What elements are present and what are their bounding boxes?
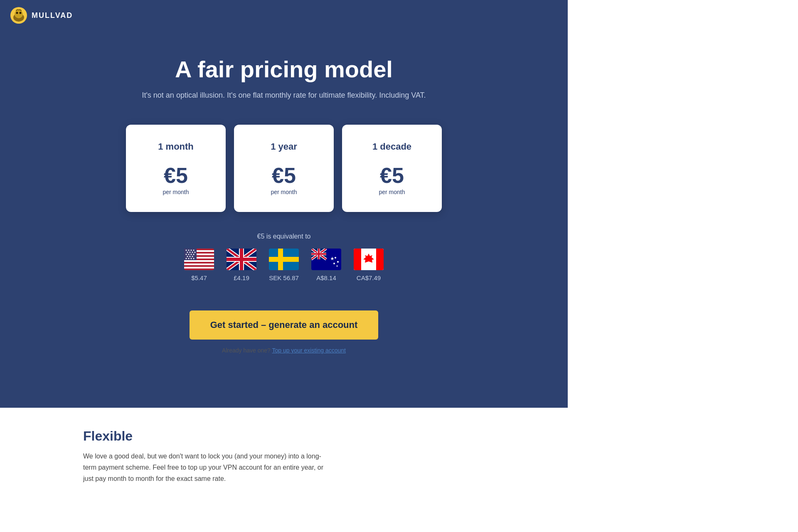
svg-rect-60 (354, 249, 361, 270)
svg-point-3 (16, 12, 18, 14)
svg-point-55 (335, 257, 336, 259)
pricing-cards-container: 1 month €5 per month 1 year €5 per month… (17, 125, 551, 212)
card-permonth-month: per month (147, 189, 205, 195)
equivalent-section: €5 is equivalent to (17, 233, 551, 281)
svg-point-31 (193, 258, 195, 259)
au-flag-icon (311, 249, 341, 270)
hero-subtitle: It's not an optical illusion. It's one f… (17, 91, 551, 100)
cta-section: Get started – generate an account Alread… (17, 298, 551, 374)
currency-au: A$8.14 (311, 249, 341, 281)
us-flag-icon (184, 249, 214, 270)
svg-point-15 (191, 250, 192, 251)
flexible-title: Flexible (83, 429, 485, 444)
card-period-decade: 1 decade (363, 141, 421, 152)
card-price-decade: €5 (363, 165, 421, 186)
svg-rect-53 (318, 249, 320, 259)
currency-se: SEK 56.87 (269, 249, 299, 281)
currency-us: $5.47 (184, 249, 214, 281)
logo-container[interactable]: MULLVAD (10, 7, 73, 24)
pricing-card-month[interactable]: 1 month €5 per month (126, 125, 226, 212)
svg-point-4 (20, 12, 22, 14)
currency-ca: CA$7.49 (354, 249, 384, 281)
currency-uk: £4.19 (227, 249, 256, 281)
svg-point-26 (190, 256, 191, 257)
se-flag-icon (269, 249, 299, 270)
svg-rect-61 (376, 249, 384, 270)
hero-section: A fair pricing model It's not an optical… (0, 31, 568, 408)
card-permonth-decade: per month (363, 189, 421, 195)
currency-value-uk: £4.19 (234, 274, 249, 281)
card-period-year: 1 year (255, 141, 313, 152)
uk-flag-icon (227, 249, 256, 270)
svg-rect-40 (240, 249, 243, 270)
header: MULLVAD (0, 0, 568, 31)
existing-account-text: Already have one? Top up your existing a… (17, 347, 551, 354)
svg-point-21 (186, 254, 187, 255)
svg-rect-43 (278, 249, 283, 270)
ca-flag-icon (354, 249, 384, 270)
logo-text: MULLVAD (32, 11, 73, 20)
currency-value-us: $5.47 (191, 274, 207, 281)
flexible-section: Flexible We love a good deal, but we don… (0, 408, 568, 505)
page-title: A fair pricing model (17, 56, 551, 83)
top-up-link[interactable]: Top up your existing account (272, 347, 345, 354)
currency-value-ca: CA$7.49 (357, 274, 381, 281)
svg-point-57 (333, 263, 335, 264)
svg-point-20 (195, 252, 196, 253)
card-price-year: €5 (255, 165, 313, 186)
svg-point-24 (193, 254, 195, 255)
card-price-month: €5 (147, 165, 205, 186)
svg-rect-42 (269, 257, 299, 262)
svg-point-17 (187, 252, 188, 253)
pricing-card-decade[interactable]: 1 decade €5 per month (342, 125, 442, 212)
svg-point-18 (190, 252, 191, 253)
mullvad-logo-icon (10, 7, 27, 24)
svg-rect-9 (184, 260, 214, 262)
pricing-card-year[interactable]: 1 year €5 per month (234, 125, 334, 212)
svg-rect-11 (184, 267, 214, 268)
currency-value-au: A$8.14 (316, 274, 336, 281)
svg-point-25 (187, 256, 188, 257)
svg-point-30 (191, 258, 192, 259)
equivalent-label: €5 is equivalent to (17, 233, 551, 240)
svg-point-58 (337, 266, 338, 267)
card-permonth-year: per month (255, 189, 313, 195)
currency-value-se: SEK 56.87 (269, 274, 299, 281)
get-started-button[interactable]: Get started – generate an account (190, 310, 379, 340)
svg-point-13 (186, 250, 187, 251)
svg-point-22 (188, 254, 190, 255)
svg-point-29 (188, 258, 190, 259)
svg-point-28 (186, 258, 187, 259)
svg-point-2 (15, 10, 23, 18)
card-period-month: 1 month (147, 141, 205, 152)
svg-point-23 (191, 254, 192, 255)
svg-rect-10 (184, 264, 214, 265)
currency-flags-container: $5.47 £4.19 (17, 249, 551, 281)
svg-point-56 (337, 261, 339, 263)
svg-point-27 (192, 256, 193, 257)
already-have-label: Already have one? (222, 347, 271, 354)
svg-point-16 (193, 250, 195, 251)
svg-point-19 (192, 252, 193, 253)
flexible-body: We love a good deal, but we don't want t… (83, 451, 332, 485)
svg-point-14 (188, 250, 190, 251)
